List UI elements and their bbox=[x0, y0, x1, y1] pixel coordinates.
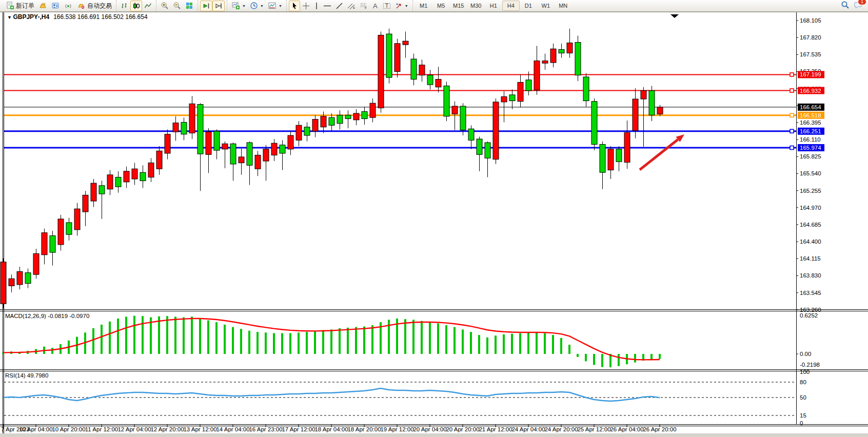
candle-body bbox=[583, 77, 589, 101]
timeframe-h1[interactable]: H1 bbox=[485, 1, 502, 11]
time-tick-label: 26 Apr 20:00 bbox=[643, 426, 676, 432]
chart-shift-icon bbox=[214, 2, 223, 10]
auto-scroll-icon bbox=[202, 2, 210, 10]
time-tick-label: 24 Apr 20:00 bbox=[544, 426, 578, 432]
hline-handle bbox=[790, 113, 794, 117]
trade-group: 新订单 自动交易 bbox=[2, 0, 116, 11]
candle-body bbox=[550, 49, 556, 63]
candle-body bbox=[230, 144, 236, 164]
timeframe-m15[interactable]: M15 bbox=[450, 1, 467, 11]
price-tick-label: 168.105 bbox=[800, 17, 821, 24]
svg-text:167.199: 167.199 bbox=[800, 71, 821, 77]
candle-body bbox=[493, 102, 499, 160]
fibonacci-button[interactable]: F bbox=[358, 1, 370, 11]
timeframe-w1[interactable]: W1 bbox=[537, 1, 555, 11]
auto-scroll-button[interactable] bbox=[200, 1, 212, 11]
gold-icon bbox=[38, 2, 47, 10]
horizontal-scrollbar[interactable] bbox=[0, 433, 868, 437]
macd-scale-bottom: -0.2198 bbox=[800, 362, 820, 368]
chart-shift-button[interactable] bbox=[212, 1, 225, 11]
candlestick-button[interactable] bbox=[130, 1, 142, 11]
horizontal-line-button[interactable] bbox=[321, 1, 333, 11]
zoom-out-button[interactable] bbox=[171, 1, 183, 11]
macd-scale-top: 0.6252 bbox=[800, 312, 818, 319]
candle-body bbox=[485, 143, 490, 158]
cursor-icon bbox=[291, 2, 298, 10]
cursor-button[interactable] bbox=[289, 1, 300, 11]
new-order-button[interactable]: 新订单 bbox=[4, 1, 36, 11]
text-label-button[interactable]: T bbox=[381, 1, 393, 11]
trendline-button[interactable] bbox=[333, 1, 345, 11]
candle-body bbox=[140, 172, 146, 181]
candle-body bbox=[25, 273, 31, 284]
time-tick-label: 20 Apr 04:00 bbox=[413, 426, 446, 432]
text-icon: A bbox=[372, 2, 379, 10]
rsi-level-label: 50 bbox=[800, 394, 806, 401]
time-tick-label: 26 Apr 04:00 bbox=[610, 426, 643, 432]
candle-body bbox=[386, 34, 392, 77]
line-chart-icon bbox=[144, 2, 152, 10]
candle-body bbox=[17, 271, 23, 285]
tile-windows-button[interactable] bbox=[183, 1, 195, 11]
candle-body bbox=[263, 149, 269, 161]
indicators-icon bbox=[231, 2, 240, 10]
timeframe-m30[interactable]: M30 bbox=[467, 1, 485, 11]
candle-body bbox=[288, 135, 293, 149]
candle-body bbox=[345, 115, 351, 118]
svg-text:166.251: 166.251 bbox=[800, 128, 821, 134]
candle-body bbox=[9, 279, 14, 286]
time-tick-label: 18 Apr 20:00 bbox=[347, 426, 381, 432]
candle-body bbox=[214, 131, 220, 150]
price-tick-label: 164.115 bbox=[800, 255, 821, 262]
candle-body bbox=[337, 115, 343, 123]
chat-button[interactable]: 1 bbox=[854, 1, 863, 11]
candle-body bbox=[575, 42, 581, 75]
timeframe-m1[interactable]: M1 bbox=[415, 1, 432, 11]
candle-body bbox=[534, 61, 540, 90]
svg-text:166.518: 166.518 bbox=[800, 112, 821, 118]
svg-text:F: F bbox=[365, 6, 367, 10]
chart-canvas[interactable]: 168.105167.820167.535167.250166.965166.6… bbox=[0, 12, 868, 437]
candle-body bbox=[271, 143, 277, 155]
candle-body bbox=[42, 233, 47, 255]
arrows-caret-icon: ▼ bbox=[405, 4, 408, 8]
search-icon[interactable] bbox=[841, 1, 850, 11]
signals-button[interactable] bbox=[62, 1, 75, 11]
timeframe-m5[interactable]: M5 bbox=[432, 1, 450, 11]
svg-text:A: A bbox=[373, 2, 378, 10]
candle-body bbox=[296, 125, 302, 140]
candle-body bbox=[468, 129, 474, 140]
time-tick-label: 16 Apr 23:00 bbox=[249, 426, 282, 432]
candle-body bbox=[559, 49, 564, 53]
time-tick-label: 14 Apr 04:00 bbox=[216, 426, 249, 432]
autotrading-button[interactable]: 自动交易 bbox=[75, 1, 114, 11]
line-chart-button[interactable] bbox=[142, 1, 154, 11]
equidistant-channel-button[interactable]: E bbox=[345, 1, 358, 11]
vertical-line-button[interactable] bbox=[312, 1, 321, 11]
arrows-button[interactable]: ▼ bbox=[393, 1, 410, 11]
candle-body bbox=[411, 59, 417, 80]
price-tick-label: 165.255 bbox=[800, 188, 821, 194]
svg-text:E: E bbox=[353, 6, 355, 9]
rsi-level-label: 0 bbox=[800, 420, 803, 426]
crosshair-button[interactable] bbox=[300, 1, 312, 11]
text-button[interactable]: A bbox=[370, 1, 381, 11]
funds-button[interactable] bbox=[36, 1, 49, 11]
zoom-group bbox=[156, 0, 198, 11]
candle-body bbox=[132, 169, 137, 179]
bar-chart-button[interactable] bbox=[119, 1, 130, 11]
templates-button[interactable]: ▼ bbox=[266, 1, 284, 11]
macd-scale-zero: 0.00 bbox=[800, 351, 811, 357]
time-tick-label: 10 Apr 04:00 bbox=[19, 426, 52, 432]
periods-button[interactable]: ▼ bbox=[248, 1, 266, 11]
time-tick-label: 20 Apr 20:00 bbox=[446, 426, 479, 432]
candle-body bbox=[148, 163, 154, 177]
reports-button[interactable] bbox=[49, 1, 62, 11]
timeframe-mn[interactable]: MN bbox=[555, 1, 572, 11]
timeframe-d1[interactable]: D1 bbox=[520, 1, 537, 11]
zoom-in-button[interactable] bbox=[159, 1, 171, 11]
timeframe-h4[interactable]: H4 bbox=[502, 1, 520, 11]
objects-group: ▼ ▼ ▼ bbox=[227, 0, 286, 11]
time-axis[interactable]: 7 Apr 202310 Apr 04:0010 Apr 20:0011 Apr… bbox=[1, 425, 677, 432]
indicators-button[interactable]: ▼ bbox=[229, 1, 248, 11]
